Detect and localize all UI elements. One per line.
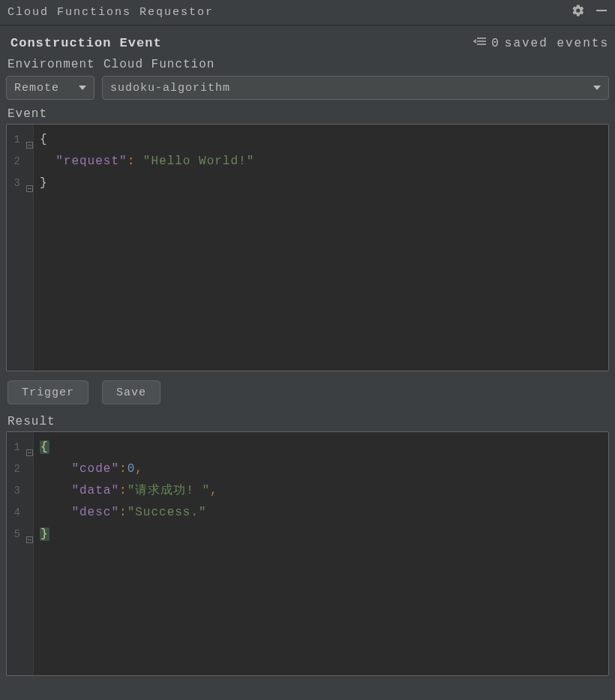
section-title: Construction Event: [6, 36, 473, 50]
content: Construction Event 0 saved events Enviro…: [0, 26, 615, 682]
event-code[interactable]: { "request": "Hello World!"}: [34, 125, 608, 371]
result-editor: 12345 { "code":0, "data":"请求成功! ", "desc…: [6, 431, 609, 676]
saved-events-icon: [473, 36, 487, 50]
gear-icon[interactable]: [572, 4, 585, 21]
event-editor[interactable]: 123 { "request": "Hello World!"}: [6, 124, 609, 371]
result-label: Result: [6, 415, 609, 428]
result-gutter: 12345: [7, 432, 34, 675]
app-title: Cloud Functions Requestor: [8, 6, 572, 19]
result-code: { "code":0, "data":"请求成功! ", "desc":"Suc…: [34, 432, 608, 675]
environment-select[interactable]: Remote: [6, 76, 94, 100]
fold-icon[interactable]: [26, 135, 33, 142]
code-line: }: [40, 524, 602, 545]
saved-events-label: saved events: [505, 37, 609, 50]
code-line: "data":"请求成功! ",: [40, 480, 602, 502]
fold-icon[interactable]: [26, 179, 33, 185]
labels-row: Environment Cloud Function: [6, 58, 609, 71]
function-value: sudoku-algorithm: [110, 82, 230, 95]
environment-value: Remote: [14, 82, 59, 95]
controls-row: Remote sudoku-algorithm: [6, 76, 609, 100]
save-button[interactable]: Save: [102, 380, 160, 404]
code-line: }: [40, 173, 602, 194]
code-line: "code":0,: [40, 458, 602, 480]
section-header: Construction Event 0 saved events: [6, 36, 609, 50]
cloud-function-label: Cloud Function: [104, 58, 214, 71]
fold-icon[interactable]: [26, 443, 33, 449]
svg-rect-0: [596, 10, 607, 11]
titlebar: Cloud Functions Requestor: [0, 0, 615, 26]
saved-events-count: 0: [491, 37, 500, 50]
saved-events[interactable]: 0 saved events: [473, 36, 609, 50]
fold-icon[interactable]: [26, 530, 33, 536]
code-line: {: [40, 129, 602, 151]
minimize-icon[interactable]: [596, 5, 608, 20]
event-gutter: 123: [7, 125, 34, 371]
event-label: Event: [6, 107, 609, 121]
chevron-down-icon: [593, 86, 601, 90]
titlebar-actions: [572, 4, 608, 21]
trigger-button[interactable]: Trigger: [8, 380, 88, 404]
code-line: "request": "Hello World!": [40, 151, 602, 173]
code-line: {: [40, 437, 602, 458]
buttons-row: Trigger Save: [6, 380, 609, 404]
function-select[interactable]: sudoku-algorithm: [102, 76, 609, 100]
chevron-down-icon: [79, 86, 86, 90]
environment-label: Environment: [8, 58, 96, 71]
code-line: "desc":"Success.": [40, 502, 602, 524]
